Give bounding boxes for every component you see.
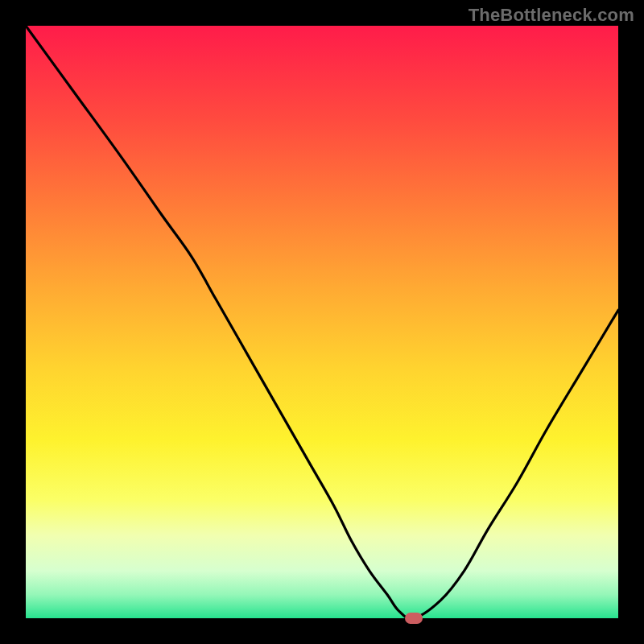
watermark-text: TheBottleneck.com xyxy=(469,5,634,26)
bottleneck-curve xyxy=(26,26,618,618)
curve-svg xyxy=(26,26,618,618)
chart-frame: TheBottleneck.com xyxy=(0,0,644,644)
plot-area xyxy=(26,26,618,618)
optimum-marker xyxy=(405,613,423,624)
